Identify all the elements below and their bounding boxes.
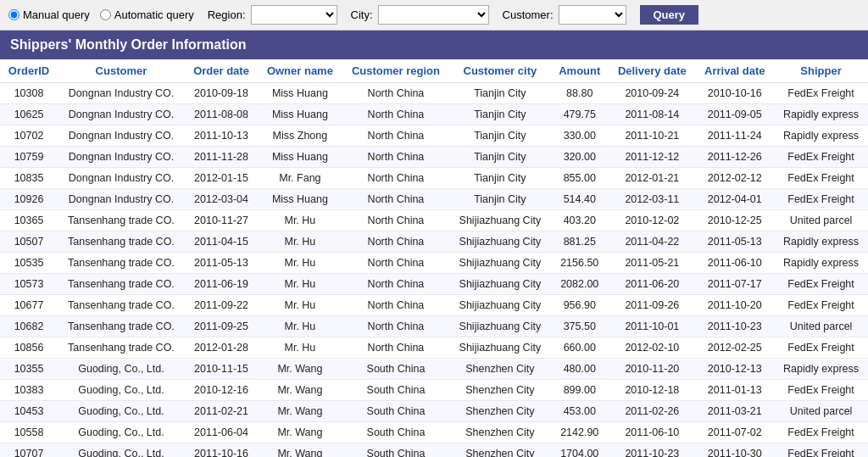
cell-shipper: FedEx Freight [774,443,868,458]
cell-customer-city: Shijiazhuang City [449,295,550,316]
cell-owner-name: Mr. Hu [258,231,342,253]
cell-customer-region: South China [342,380,450,401]
column-header-customer-region: Customer region [342,59,450,83]
table-row: 10365Tansenhang trade CO.2010-11-27Mr. H… [0,210,868,231]
customer-filter: Customer: [503,5,626,25]
cell-amount: 453.00 [550,401,609,422]
cell-customer: Guoding, Co., Ltd. [58,422,185,443]
cell-orderid: 10677 [0,295,58,316]
cell-order-date: 2011-06-04 [185,422,258,443]
cell-shipper: United parcel [774,316,868,337]
table-row: 10355Guoding, Co., Ltd.2010-11-15Mr. Wan… [0,359,868,380]
cell-amount: 375.50 [550,316,609,337]
cell-shipper: FedEx Freight [774,380,868,401]
table-row: 10507Tansenhang trade CO.2011-04-15Mr. H… [0,231,868,253]
cell-order-date: 2011-11-28 [185,147,258,168]
cell-arrival-date: 2012-04-01 [696,189,775,210]
cell-customer: Dongnan Industry CO. [58,104,185,125]
cell-orderid: 10507 [0,231,58,253]
cell-owner-name: Mr. Hu [258,210,342,231]
table-row: 10702Dongnan Industry CO.2011-10-13Miss … [0,125,868,147]
cell-delivery-date: 2012-02-10 [609,337,695,359]
cell-delivery-date: 2011-12-12 [609,147,695,168]
table-row: 10682Tansenhang trade CO.2011-09-25Mr. H… [0,316,868,337]
cell-orderid: 10365 [0,210,58,231]
cell-owner-name: Miss Huang [258,104,342,125]
cell-customer-region: North China [342,337,450,359]
cell-customer: Dongnan Industry CO. [58,189,185,210]
table-row: 10835Dongnan Industry CO.2012-01-15Mr. F… [0,168,868,189]
cell-amount: 330.00 [550,125,609,147]
cell-amount: 660.00 [550,337,609,359]
cell-orderid: 10535 [0,253,58,274]
cell-arrival-date: 2011-10-20 [696,295,775,316]
cell-amount: 1704.00 [550,443,609,458]
cell-shipper: Rapidly express [774,231,868,253]
cell-customer-city: Shenzhen City [449,380,550,401]
automatic-query-input[interactable] [100,9,111,20]
cell-customer-city: Shenzhen City [449,422,550,443]
cell-owner-name: Mr. Hu [258,253,342,274]
cell-customer-city: Tianjin City [449,168,550,189]
cell-customer-city: Shijiazhuang City [449,274,550,295]
cell-owner-name: Mr. Wang [258,443,342,458]
cell-orderid: 10759 [0,147,58,168]
cell-orderid: 10308 [0,83,58,104]
city-select[interactable]: Tianjin City Shijiazhuang City Shenzhen … [378,5,489,25]
cell-customer: Tansenhang trade CO. [58,316,185,337]
cell-delivery-date: 2011-10-01 [609,316,695,337]
cell-customer-region: North China [342,295,450,316]
cell-customer-region: South China [342,359,450,380]
cell-arrival-date: 2012-02-25 [696,337,775,359]
customer-label: Customer: [503,8,554,21]
cell-owner-name: Mr. Wang [258,380,342,401]
cell-order-date: 2010-09-18 [185,83,258,104]
table-row: 10558Guoding, Co., Ltd.2011-06-04Mr. Wan… [0,422,868,443]
cell-delivery-date: 2011-10-21 [609,125,695,147]
cell-orderid: 10702 [0,125,58,147]
manual-query-radio[interactable]: Manual query [8,8,90,21]
column-header-delivery-date: Delivery date [609,59,695,83]
cell-customer-city: Shenzhen City [449,401,550,422]
cell-orderid: 10835 [0,168,58,189]
region-filter: Region: North China South China [208,5,337,25]
cell-arrival-date: 2011-11-24 [696,125,775,147]
cell-orderid: 10625 [0,104,58,125]
cell-order-date: 2011-06-19 [185,274,258,295]
cell-customer-city: Tianjin City [449,83,550,104]
query-button[interactable]: Query [640,5,699,25]
cell-orderid: 10707 [0,443,58,458]
cell-customer-region: South China [342,443,450,458]
cell-delivery-date: 2011-02-26 [609,401,695,422]
cell-arrival-date: 2010-12-13 [696,359,775,380]
cell-customer: Tansenhang trade CO. [58,337,185,359]
cell-customer: Dongnan Industry CO. [58,147,185,168]
automatic-query-radio[interactable]: Automatic query [100,8,194,21]
customer-select[interactable] [559,5,626,25]
manual-query-input[interactable] [8,9,19,20]
cell-amount: 956.90 [550,295,609,316]
cell-delivery-date: 2011-08-14 [609,104,695,125]
cell-amount: 320.00 [550,147,609,168]
cell-delivery-date: 2011-04-22 [609,231,695,253]
cell-order-date: 2011-10-13 [185,125,258,147]
cell-customer-city: Shijiazhuang City [449,231,550,253]
cell-customer: Tansenhang trade CO. [58,253,185,274]
cell-amount: 899.00 [550,380,609,401]
cell-shipper: FedEx Freight [774,274,868,295]
cell-customer: Dongnan Industry CO. [58,168,185,189]
cell-orderid: 10558 [0,422,58,443]
cell-delivery-date: 2011-06-10 [609,422,695,443]
cell-orderid: 10926 [0,189,58,210]
cell-customer-region: North China [342,316,450,337]
cell-owner-name: Mr. Wang [258,401,342,422]
cell-owner-name: Mr. Wang [258,422,342,443]
cell-arrival-date: 2011-07-17 [696,274,775,295]
region-select[interactable]: North China South China [251,5,337,25]
cell-order-date: 2010-11-15 [185,359,258,380]
cell-shipper: FedEx Freight [774,295,868,316]
cell-customer-region: South China [342,401,450,422]
cell-order-date: 2010-12-16 [185,380,258,401]
cell-customer-city: Tianjin City [449,147,550,168]
cell-amount: 881.25 [550,231,609,253]
